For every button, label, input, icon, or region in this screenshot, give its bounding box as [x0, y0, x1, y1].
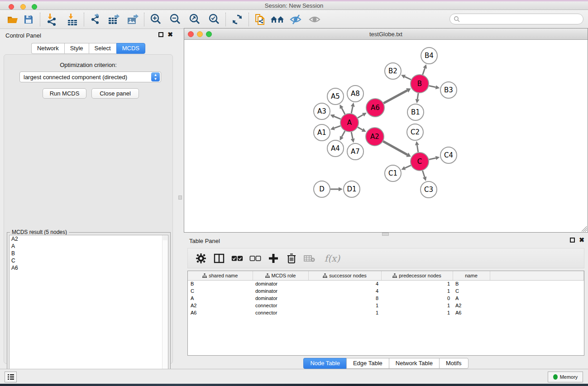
- splitter-handle[interactable]: [382, 233, 389, 236]
- zoom-fit-icon[interactable]: [187, 12, 202, 27]
- graph-node-B1[interactable]: B1: [407, 104, 424, 120]
- graph-edge-A-A5[interactable]: [342, 108, 345, 114]
- open-session-icon[interactable]: [5, 12, 21, 27]
- cell-name[interactable]: C: [453, 287, 490, 295]
- cell-successor-nodes[interactable]: 4: [308, 287, 381, 295]
- table-row[interactable]: Cdominator41C: [188, 287, 584, 295]
- graph-node-A3[interactable]: A3: [314, 103, 330, 119]
- save-session-icon[interactable]: [21, 12, 36, 27]
- cell-predecessor-nodes[interactable]: 0: [381, 295, 453, 302]
- run-mcds-button[interactable]: Run MCDS: [43, 88, 86, 99]
- select-all-columns-icon[interactable]: [231, 253, 243, 264]
- cell-successor-nodes[interactable]: 8: [308, 295, 381, 302]
- cell-shared-name[interactable]: A6: [188, 309, 253, 316]
- graph-edge-B-B3[interactable]: [429, 86, 436, 87]
- delete-row-icon[interactable]: [286, 253, 297, 264]
- float-panel-icon[interactable]: [570, 238, 575, 243]
- show-columns-icon[interactable]: [213, 253, 225, 264]
- mcds-result-item[interactable]: B: [10, 250, 168, 257]
- cell-MCDS-role[interactable]: connector: [253, 302, 308, 309]
- export-table-icon[interactable]: [106, 12, 121, 27]
- cell-name[interactable]: A2: [453, 302, 490, 309]
- graph-edge-A-A2[interactable]: [358, 127, 363, 130]
- cell-shared-name[interactable]: A: [188, 295, 253, 302]
- column-header-MCDS-role[interactable]: MCDS role: [253, 271, 308, 280]
- clone-network-icon[interactable]: [253, 12, 268, 27]
- table-row[interactable]: A6connector11A6: [188, 309, 584, 316]
- graph-edge-C-C3[interactable]: [422, 171, 425, 177]
- memory-button[interactable]: Memory: [548, 372, 583, 382]
- zoom-selected-icon[interactable]: [206, 12, 222, 27]
- cell-predecessor-nodes[interactable]: 1: [381, 309, 453, 316]
- graph-edge-A-A8[interactable]: [351, 106, 353, 113]
- tab-mcds[interactable]: MCDS: [116, 43, 145, 54]
- graph-edge-C-C2[interactable]: [417, 145, 418, 152]
- close-panel-button[interactable]: Close panel: [91, 88, 139, 99]
- graph-node-A6[interactable]: A6: [366, 99, 384, 117]
- graph-edge-B-B2[interactable]: [405, 76, 411, 80]
- tab-network-table[interactable]: Network Table: [389, 358, 439, 369]
- task-history-button[interactable]: [5, 372, 17, 382]
- graph-node-D1[interactable]: D1: [344, 181, 360, 197]
- graph-edge-C-C4[interactable]: [429, 158, 436, 159]
- graph-node-C3[interactable]: C3: [421, 181, 437, 198]
- close-panel-icon[interactable]: ✖: [579, 238, 584, 243]
- graph-node-C4[interactable]: C4: [440, 147, 457, 163]
- search-field[interactable]: [449, 14, 583, 24]
- graph-node-B4[interactable]: B4: [421, 48, 437, 64]
- graph-node-C1[interactable]: C1: [385, 165, 401, 181]
- tab-edge-table[interactable]: Edge Table: [346, 358, 389, 369]
- tab-style[interactable]: Style: [64, 43, 89, 54]
- graph-edge-A-A1[interactable]: [334, 126, 340, 128]
- add-row-icon[interactable]: [268, 253, 279, 264]
- cell-predecessor-nodes[interactable]: 1: [381, 280, 453, 287]
- search-input[interactable]: [460, 16, 583, 22]
- cell-MCDS-role[interactable]: dominator: [253, 295, 308, 302]
- graph-edge-A-A4[interactable]: [342, 131, 345, 137]
- cell-shared-name[interactable]: B: [188, 280, 253, 287]
- graph-node-C2[interactable]: C2: [407, 124, 423, 140]
- splitter-handle[interactable]: [178, 195, 182, 200]
- resize-grip-icon[interactable]: [582, 226, 587, 232]
- graph-node-A[interactable]: A: [340, 114, 359, 132]
- table-row[interactable]: Bdominator41B: [188, 280, 584, 287]
- graph-edge-A2-C[interactable]: [383, 141, 407, 155]
- graph-node-A4[interactable]: A4: [327, 140, 344, 157]
- mcds-result-item[interactable]: A: [10, 243, 168, 250]
- mcds-result-list[interactable]: A2ABCA6: [9, 235, 168, 383]
- graph-node-B2[interactable]: B2: [385, 63, 401, 79]
- cell-successor-nodes[interactable]: 1: [308, 309, 381, 316]
- graph-edge-C-C1[interactable]: [405, 165, 411, 168]
- zoom-in-icon[interactable]: [148, 12, 163, 27]
- tab-motifs[interactable]: Motifs: [439, 358, 468, 369]
- zoom-out-icon[interactable]: [167, 12, 183, 27]
- graph-edge-B-B4[interactable]: [423, 68, 425, 75]
- graph-node-A7[interactable]: A7: [347, 143, 363, 160]
- export-network-icon[interactable]: [88, 12, 103, 27]
- vertical-splitter[interactable]: [177, 29, 184, 369]
- scrollbar-track[interactable]: [162, 235, 168, 382]
- cell-MCDS-role[interactable]: dominator: [253, 287, 308, 295]
- close-panel-icon[interactable]: ✖: [167, 32, 173, 37]
- home-pair-icon[interactable]: [270, 12, 285, 27]
- graph-node-A5[interactable]: A5: [327, 88, 344, 105]
- cell-name[interactable]: A6: [453, 309, 490, 316]
- hide-unselected-icon[interactable]: [288, 12, 303, 27]
- table-options-icon[interactable]: [195, 253, 207, 264]
- horizontal-splitter[interactable]: [184, 233, 588, 236]
- import-table-icon[interactable]: [65, 12, 80, 27]
- criterion-select[interactable]: largest connected component (directed) ▲…: [19, 71, 161, 82]
- graph-node-A1[interactable]: A1: [314, 124, 330, 141]
- tab-select[interactable]: Select: [89, 43, 116, 54]
- tab-node-table[interactable]: Node Table: [303, 358, 346, 369]
- mcds-result-item[interactable]: C: [10, 257, 168, 264]
- node-table[interactable]: shared nameMCDS rolesuccessor nodesprede…: [187, 271, 584, 356]
- cell-shared-name[interactable]: A2: [188, 302, 253, 309]
- mcds-result-item[interactable]: A6: [10, 264, 168, 272]
- import-network-icon[interactable]: [44, 12, 59, 27]
- refresh-icon[interactable]: [229, 12, 245, 27]
- cell-successor-nodes[interactable]: 1: [308, 302, 381, 309]
- cell-successor-nodes[interactable]: 4: [308, 280, 381, 287]
- column-header-successor-nodes[interactable]: successor nodes: [308, 271, 381, 280]
- graph-node-D[interactable]: D: [314, 181, 330, 197]
